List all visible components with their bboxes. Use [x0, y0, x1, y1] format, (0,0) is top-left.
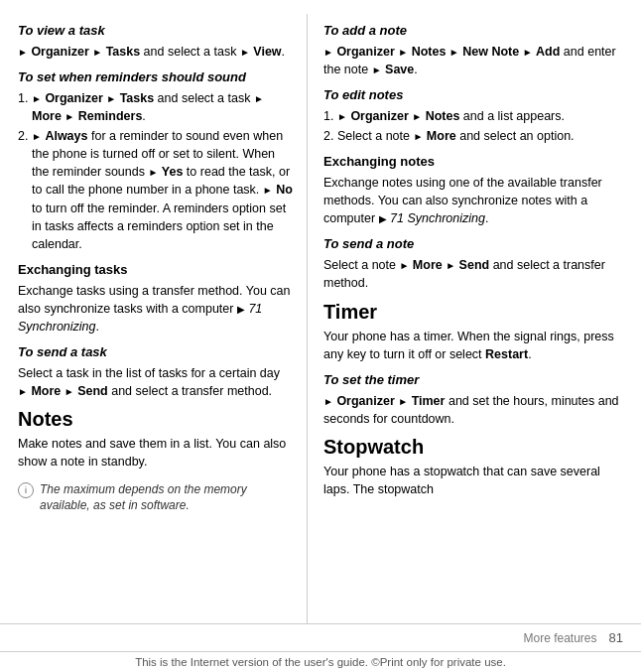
- timer-text: Your phone has a timer. When the signal …: [323, 328, 627, 363]
- col-right: To add a note ► Organizer ► Notes ► New …: [308, 14, 641, 623]
- exchanging-tasks-heading: Exchanging tasks: [18, 261, 293, 280]
- exchanging-notes-text: Exchange notes using one of the availabl…: [323, 174, 627, 227]
- edit-notes-list: ► Organizer ► Notes and a list appears. …: [323, 107, 627, 145]
- footer-bottom-text: This is the Internet version of the user…: [135, 656, 506, 668]
- notes-heading: Notes: [18, 408, 293, 431]
- add-note-text: ► Organizer ► Notes ► New Note ► Add and…: [323, 43, 627, 78]
- footer-right: More features 81: [523, 630, 623, 645]
- content-area: To view a task ► Organizer ► Tasks and s…: [0, 0, 641, 623]
- set-timer-text: ► Organizer ► Timer and set the hours, m…: [323, 392, 627, 428]
- send-task-text: Select a task in the list of tasks for a…: [18, 364, 293, 400]
- view-task-heading: To view a task: [18, 22, 293, 41]
- list-item: ► Organizer ► Tasks and select a task ► …: [32, 89, 293, 125]
- tip-box: i The maximum depends on the memory avai…: [18, 481, 293, 519]
- footer-label: More features: [523, 631, 596, 645]
- timer-heading: Timer: [323, 301, 627, 324]
- stopwatch-heading: Stopwatch: [323, 436, 627, 459]
- col-left: To view a task ► Organizer ► Tasks and s…: [0, 14, 308, 623]
- tip-text: The maximum depends on the memory availa…: [40, 481, 293, 515]
- add-note-heading: To add a note: [323, 22, 627, 41]
- set-reminders-heading: To set when reminders should sound: [18, 68, 293, 87]
- footer-bottom: This is the Internet version of the user…: [0, 651, 641, 672]
- footer: More features 81: [0, 623, 641, 651]
- exchanging-notes-heading: Exchanging notes: [323, 153, 627, 172]
- page-number: 81: [609, 630, 623, 645]
- page: To view a task ► Organizer ► Tasks and s…: [0, 0, 641, 672]
- list-item: Select a note ► More and select an optio…: [337, 127, 627, 145]
- exchanging-tasks-text: Exchange tasks using a transfer method. …: [18, 282, 293, 336]
- edit-notes-heading: To edit notes: [323, 86, 627, 105]
- list-item: ► Organizer ► Notes and a list appears.: [337, 107, 627, 125]
- tip-icon: i: [18, 482, 34, 498]
- set-reminders-list: ► Organizer ► Tasks and select a task ► …: [18, 89, 293, 253]
- stopwatch-text: Your phone has a stopwatch that can save…: [323, 463, 627, 498]
- view-task-text: ► Organizer ► Tasks and select a task ► …: [18, 43, 293, 61]
- list-item: ► Always for a reminder to sound even wh…: [32, 127, 293, 253]
- send-note-text: Select a note ► More ► Send and select a…: [323, 256, 627, 292]
- set-timer-heading: To set the timer: [323, 371, 627, 390]
- send-note-heading: To send a note: [323, 235, 627, 254]
- send-task-heading: To send a task: [18, 343, 293, 362]
- notes-text: Make notes and save them in a list. You …: [18, 435, 293, 470]
